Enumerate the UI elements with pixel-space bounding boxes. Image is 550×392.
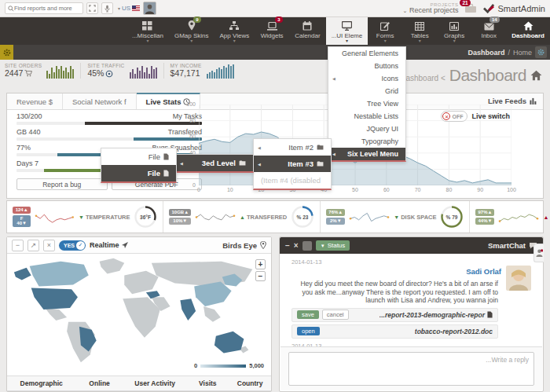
menu-item-nestable-lists[interactable]: Nestable Lists [328, 110, 405, 123]
open-button[interactable]: open [297, 327, 320, 335]
menu-item-file[interactable]: File [101, 165, 176, 181]
x-tick-label: 0 [197, 187, 200, 192]
voice-command-button[interactable] [101, 2, 113, 14]
save-button[interactable]: save [297, 310, 319, 319]
live-feed-strip: 124▲ F 40▼ ▼TEMPERATURE 36°F 10GB▲ 10%▼ … [6, 200, 544, 233]
menu-item-grid[interactable]: Grid [328, 85, 405, 97]
close-button[interactable]: × [43, 240, 55, 251]
menu-item-jquery-ui[interactable]: JQuery UI [328, 123, 405, 135]
column-header[interactable]: Online [75, 379, 123, 387]
menu-item-2[interactable]: ◀Item #2 [254, 139, 331, 156]
bar-chart-icon [449, 22, 459, 31]
menu-item-icons[interactable]: ◀Icons [328, 72, 405, 85]
nav-item-app-views[interactable]: App Views▾ [214, 17, 255, 45]
chat-color-button[interactable] [302, 241, 312, 251]
tab-revenue[interactable]: Revenue $ [7, 93, 63, 109]
brand-name: SmartAdmin [497, 4, 545, 13]
world-map-svg [8, 255, 270, 372]
scale-gradient [200, 365, 246, 368]
column-header[interactable]: User Activity [123, 379, 187, 387]
attachment-filename[interactable]: ...report-2013-demographic-repor [380, 311, 493, 319]
realtime-toggle[interactable]: YES ✓ [59, 240, 86, 251]
svg-text:% 79: % 79 [446, 214, 458, 220]
nav-item-forms[interactable]: Forms▾ [368, 17, 402, 45]
report-bug-button[interactable]: Report a bug [16, 178, 108, 190]
fullscreen-button[interactable] [86, 2, 98, 14]
nav-item-graphs[interactable]: Graphs▾ [437, 17, 471, 45]
chat-users-tab[interactable] [534, 244, 544, 262]
map-zoom-in-button[interactable]: + [255, 259, 266, 269]
main-navigation: ...Miscellan▾ 9 GMap Skins▾ App Views▾ 3… [0, 17, 550, 45]
menu-item-general-elements[interactable]: General Elements [328, 47, 405, 60]
user-avatar[interactable] [143, 2, 156, 15]
trend-up-icon: ▲ [240, 214, 245, 220]
close-button[interactable]: × [294, 241, 299, 250]
breadcrumb-bar: Dashboard / Home [0, 45, 550, 60]
recent-projects-dropdown[interactable]: PROJECTS ⌄ Recent projects [403, 2, 459, 14]
nav-item-ui-elements[interactable]: ...UI Eleme▾ [326, 17, 368, 45]
chevron-down-icon: ▾ [190, 39, 192, 42]
live-switch-toggle[interactable]: ✕ OFF [441, 111, 468, 122]
language-selector[interactable]: ▾ US [118, 5, 140, 12]
birds-eye-panel: − ↗ × YES ✓ Realtime Birds Eye [6, 236, 272, 392]
nav-item-tables[interactable]: Tables▾ [402, 17, 437, 45]
breadcrumb-current[interactable]: Dashboard [468, 49, 504, 57]
menu-item-3[interactable]: ◀Item #3 [254, 156, 331, 172]
file-icon [163, 153, 169, 160]
map-pin-icon [260, 241, 266, 249]
dashboard-settings-button[interactable] [535, 46, 547, 58]
sparkbar-chart [207, 64, 234, 79]
nav-item-widgets[interactable]: 3 Widgets [255, 17, 289, 45]
projects-count-badge: 21 [460, 0, 470, 6]
nav-item-gmap-skins[interactable]: 9 GMap Skins▾ [169, 17, 214, 45]
nav-item-dashboard[interactable]: Dashboard [506, 17, 550, 45]
chevron-down-icon: ▾ [146, 39, 148, 42]
nav-item-miscellaneous[interactable]: ...Miscellan▾ [126, 17, 169, 45]
caret-down-icon: ▼ [321, 244, 325, 248]
menu-item-tree-view[interactable]: Tree View [328, 97, 405, 110]
message-sender[interactable]: Sadi Orlaf [466, 267, 501, 276]
column-header[interactable]: Country [229, 379, 271, 387]
layout-settings-button[interactable] [0, 45, 13, 60]
y-tick-label: 0 [192, 182, 196, 188]
search-input[interactable] [14, 5, 77, 12]
menu-item-3ed-level[interactable]: ◀3ed Level [176, 155, 253, 171]
nav-item-calendar[interactable]: Calendar [289, 17, 325, 45]
gear-icon [3, 49, 11, 57]
chat-panel-header: − × ▼ Status SmartChat [280, 237, 543, 254]
collapse-button[interactable]: − [285, 241, 290, 250]
breadcrumb: Dashboard / Home [468, 46, 550, 58]
column-header[interactable]: Visits [186, 379, 229, 387]
collapse-button[interactable]: − [12, 240, 24, 251]
stat-row-my-tasks: 130/200My Tasks [16, 112, 202, 128]
menu-item-typography[interactable]: Typography [328, 135, 405, 148]
map-zoom-out-button[interactable]: − [255, 271, 266, 281]
stat-site-orders: SITE ORDERS 2447 [5, 63, 81, 79]
projects-briefcase-button[interactable]: 21 [464, 3, 477, 13]
attachment-filename[interactable]: tobacco-report-2012.doc [415, 328, 493, 335]
tab-social-network[interactable]: Social Network f [63, 93, 137, 109]
submenu-arrow-icon: ◀ [180, 161, 183, 166]
menu-item-file[interactable]: File [101, 148, 176, 165]
status-dropdown-button[interactable]: ▼ Status [316, 240, 350, 251]
folder-open-icon [239, 160, 246, 166]
sparkline-chart [195, 208, 236, 225]
nav-item-inbox[interactable]: 14 Inbox [471, 17, 506, 45]
reply-input[interactable] [288, 352, 534, 386]
cancel-button[interactable]: cancel [322, 310, 349, 320]
x-tick-label: 80 [446, 187, 452, 192]
world-map[interactable]: + − 0 5,000 [8, 255, 270, 372]
menu-item-six-level-menu[interactable]: ◀Six Level Menu [328, 148, 405, 160]
quick-stats-bar: SITE ORDERS 2447 SITE TRAFFIC 45% MY INC… [5, 63, 240, 79]
shopping-cart-icon [24, 70, 32, 77]
breadcrumb-page[interactable]: Home [513, 49, 532, 57]
menu-item-buttons[interactable]: Buttons [328, 60, 405, 72]
column-header[interactable]: Demographic [7, 379, 75, 387]
map-scale-legend: 0 5,000 [194, 362, 264, 369]
search-box[interactable] [5, 2, 83, 14]
stat-site-traffic: SITE TRAFFIC 45% [81, 63, 163, 79]
map-table-header: Demographic Online User Activity Visits … [7, 376, 271, 391]
expand-button[interactable]: ↗ [28, 240, 39, 251]
live-switch-label: Live switch [471, 112, 510, 120]
chat-messages[interactable]: 2014-01-13 Sadi Orlaf Hey did you meet t… [280, 255, 542, 347]
